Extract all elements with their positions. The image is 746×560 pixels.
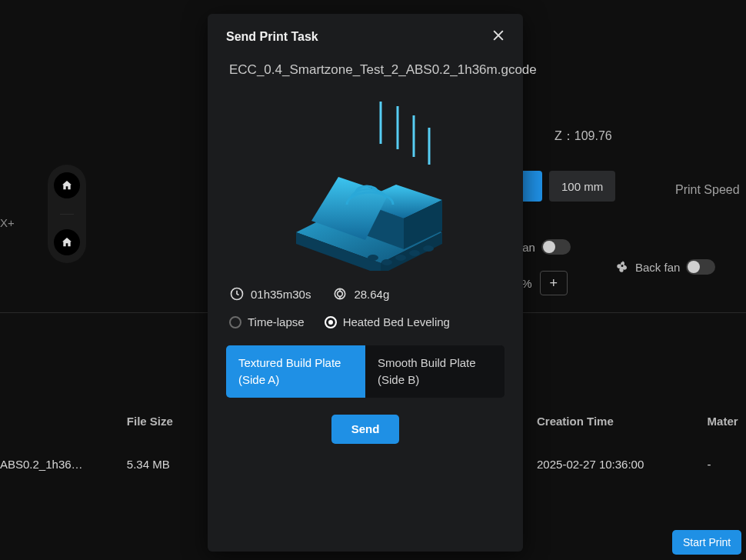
svg-point-11 [368,255,378,261]
stat-duration: 01h35m30s [229,286,311,302]
cell-creation-time: 2025-02-27 10:36:00 [537,458,694,471]
radio-off-icon [229,316,241,328]
start-print-button[interactable]: Start Print [672,530,741,555]
svg-point-15 [423,245,434,252]
part-fan-toggle[interactable] [541,239,571,255]
stats-row: 01h35m30s 28.64g [208,286,523,302]
send-print-modal: Send Print Task ECC_0.4_Smartzone_Test_2… [208,14,523,552]
back-fan-row: Back fan [615,259,715,275]
gcode-preview [250,97,481,275]
svg-point-14 [409,250,420,256]
clock-icon [229,286,245,302]
print-speed-label: Print Speed [675,183,740,197]
cell-material: - [694,458,746,471]
jog-capsule [48,165,86,263]
bed-leveling-option[interactable]: Heated Bed Leveling [325,315,450,328]
back-fan-toggle[interactable] [686,259,715,275]
preview-icon [265,102,465,271]
options-row: Time-lapse Heated Bed Leveling [208,315,523,328]
home-up-button[interactable] [54,172,80,198]
timelapse-option[interactable]: Time-lapse [229,315,305,328]
filament-icon [332,286,348,302]
svg-point-18 [338,292,343,297]
close-icon [491,28,506,43]
fan-icon [615,260,629,274]
plate-side-b[interactable]: Smooth Build Plate (Side B) [365,345,505,398]
speed-plus-button[interactable]: + [540,271,568,295]
build-plate-selector: Textured Build Plate (Side A) Smooth Bui… [226,345,505,398]
home-down-button[interactable] [54,229,80,255]
col-creation-time: Creation Time [537,415,694,428]
modal-filename: ECC_0.4_Smartzone_Test_2_ABS0.2_1h36m.gc… [208,52,523,80]
capsule-divider [60,214,74,215]
radio-on-icon [325,316,337,328]
close-button[interactable] [491,28,506,46]
z-readout: Z：109.76 [555,128,612,145]
send-button[interactable]: Send [331,415,399,444]
svg-point-13 [395,255,406,261]
step-100mm-button[interactable]: 100 mm [549,171,615,202]
svg-point-12 [381,259,392,265]
modal-title: Send Print Task [226,30,318,44]
speed-percent-row: 0% + [515,271,568,295]
col-material: Mater [694,415,746,428]
axis-x-plus-label: X+ [0,216,15,229]
cell-filename: ABS0.2_1h36… [0,458,127,471]
back-fan-label: Back fan [635,261,680,274]
part-fan-row: fan [519,239,571,255]
plate-side-a[interactable]: Textured Build Plate (Side A) [226,345,365,398]
stat-weight: 28.64g [332,286,389,302]
